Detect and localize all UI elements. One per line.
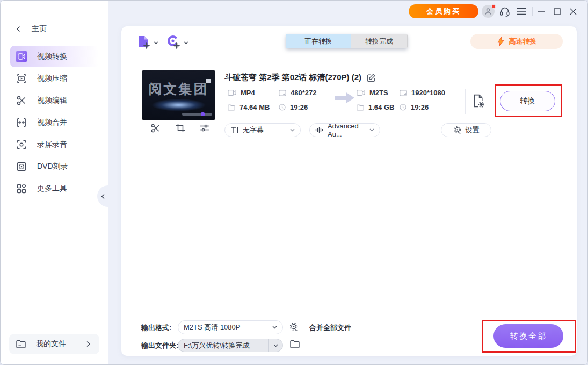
my-files-button[interactable]: 我的文件 (9, 334, 99, 354)
sidebar-item-video-merge[interactable]: 视频合并 (10, 112, 99, 133)
chevron-down-icon (290, 128, 295, 132)
source-resolution-cell: 480*272 (279, 89, 316, 97)
support-headset-icon[interactable] (499, 5, 511, 17)
vip-purchase-button[interactable]: 会员购买 (409, 4, 478, 18)
resolution-screen-icon (400, 90, 407, 96)
info-divider (465, 89, 466, 114)
sidebar-home-button[interactable]: 主页 (10, 21, 99, 37)
source-format-cell: MP4 (228, 89, 255, 97)
merge-all-label: 合并全部文件 (309, 323, 351, 333)
subtitle-value: 无字幕 (243, 125, 286, 135)
adjust-sliders-icon (200, 123, 209, 133)
add-file-icon (136, 34, 151, 49)
convert-button[interactable]: 转换 (500, 91, 555, 111)
main-panel: 正在转换 转换完成 高速转换 阅文集团 (121, 26, 577, 356)
sidebar-item-screen-record[interactable]: 录屏录音 (10, 134, 99, 155)
trim-button[interactable] (150, 123, 161, 135)
effects-button[interactable] (200, 123, 209, 135)
back-chevron-icon (16, 26, 21, 32)
target-duration-value: 19:26 (411, 103, 429, 111)
sidebar: 主页 视频转换 (1, 1, 108, 365)
target-size-cell: 1.64 GB (357, 103, 394, 111)
thumbnail-watermark-text: 阅文集团 (142, 80, 215, 98)
sidebar-item-label: 视频转换 (37, 52, 67, 61)
target-resolution-value: 1920*1080 (411, 89, 445, 97)
size-folder-icon (357, 104, 364, 111)
lightning-icon (497, 37, 505, 47)
collapse-chevron-icon (101, 194, 105, 199)
sidebar-item-label: 更多工具 (37, 184, 67, 194)
high-speed-convert-button[interactable]: 高速转换 (470, 34, 563, 49)
output-format-value: M2TS 高清 1080P (184, 323, 268, 332)
sidebar-item-label: 视频编辑 (37, 96, 67, 105)
format-gear-icon (289, 322, 299, 332)
sidebar-item-video-edit[interactable]: 视频编辑 (10, 90, 99, 111)
close-button[interactable] (569, 8, 577, 16)
source-duration-cell: 19:26 (279, 103, 308, 111)
trim-scissors-icon (150, 123, 161, 133)
titlebar-separator (532, 7, 533, 16)
scissors-icon (16, 95, 27, 106)
subtitle-select[interactable]: 无字幕 (224, 123, 301, 137)
crop-button[interactable] (176, 123, 185, 135)
folder-select-chevron[interactable] (268, 339, 282, 352)
chevron-down-icon (273, 344, 278, 347)
notification-dot (491, 4, 496, 9)
source-duration-value: 19:26 (290, 103, 308, 111)
format-settings-button[interactable] (289, 322, 299, 334)
dvd-disc-icon (16, 161, 27, 172)
crop-icon (176, 123, 185, 133)
my-files-label: 我的文件 (36, 339, 77, 349)
add-file-button[interactable] (136, 34, 158, 49)
open-folder-button[interactable] (289, 339, 300, 351)
output-folder-label: 输出文件夹: (141, 341, 178, 350)
output-format-select[interactable]: M2TS 高清 1080P (178, 320, 283, 334)
menu-icon[interactable] (517, 8, 526, 15)
output-folder-value: F:\万兴优转\转换完成 (184, 341, 268, 350)
account-avatar[interactable] (482, 5, 495, 18)
convert-arrow-icon (334, 91, 355, 105)
file-settings-button[interactable] (471, 94, 485, 110)
source-size-value: 74.64 MB (239, 103, 270, 111)
settings-button[interactable]: 设置 (441, 123, 491, 137)
sidebar-item-more-tools[interactable]: 更多工具 (10, 178, 99, 199)
settings-label: 设置 (466, 125, 480, 135)
waveform-icon (315, 126, 324, 134)
sidebar-item-video-convert[interactable]: 视频转换 (10, 46, 99, 67)
file-gear-icon (471, 94, 485, 108)
video-thumbnail[interactable]: 阅文集团 (142, 70, 215, 120)
source-size-cell: 74.64 MB (228, 103, 270, 111)
tab-finished[interactable]: 转换完成 (351, 34, 408, 48)
audio-track-value: Advanced Au... (328, 122, 366, 138)
screen-record-icon (16, 139, 27, 150)
duration-clock-icon (400, 104, 406, 111)
rename-edit-icon[interactable] (367, 73, 376, 82)
maximize-button[interactable] (554, 8, 561, 15)
convert-tabs: 正在转换 转换完成 (286, 34, 408, 48)
high-speed-label: 高速转换 (509, 37, 537, 46)
duration-clock-icon (279, 104, 286, 111)
thumbnail-flag-mark (206, 79, 211, 83)
add-device-button[interactable] (166, 34, 188, 49)
minimize-button[interactable] (537, 10, 545, 12)
folder-icon (16, 339, 26, 349)
output-folder-select[interactable]: F:\万兴优转\转换完成 (178, 339, 283, 352)
sidebar-item-video-compress[interactable]: 视频压缩 (10, 68, 99, 89)
output-format-label: 输出格式: (141, 323, 171, 333)
chevron-down-icon (272, 326, 277, 329)
tab-converting[interactable]: 正在转换 (286, 34, 351, 48)
convert-all-button[interactable]: 转换全部 (493, 324, 563, 348)
size-folder-icon (228, 104, 235, 111)
add-device-icon (166, 34, 181, 49)
video-convert-icon (16, 51, 27, 62)
more-tools-icon (16, 183, 27, 194)
sidebar-home-label: 主页 (32, 24, 47, 34)
file-title-row: 斗破苍穹 第2季 第02话 标清(270P) (2) (224, 73, 376, 83)
folder-icon (289, 339, 300, 349)
file-title: 斗破苍穹 第2季 第02话 标清(270P) (2) (224, 73, 361, 83)
audio-track-select[interactable]: Advanced Au... (309, 123, 380, 137)
sidebar-item-dvd-burn[interactable]: DVD刻录 (10, 156, 99, 177)
format-camera-icon (357, 89, 365, 96)
sidebar-item-label: 视频合并 (37, 118, 67, 127)
subtitle-t-icon (230, 126, 239, 134)
